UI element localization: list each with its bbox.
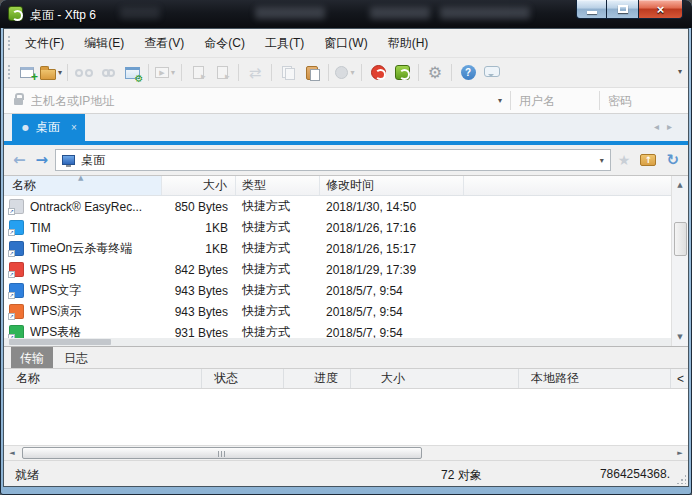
tab-log[interactable]: 日志 [55,347,97,368]
back-button[interactable]: ← [10,151,29,169]
toolbar-separator [238,64,239,81]
shortcut-arrow-icon [8,271,15,278]
maximize-button[interactable] [607,0,638,19]
vscroll-thumb[interactable] [674,222,687,256]
file-row[interactable]: WPS表格 931 Bytes 快捷方式 2018/5/7, 9:54 [4,322,688,339]
column-header-type[interactable]: 类型 [236,176,320,195]
menu-bar: 文件(F) 编辑(E) 查看(V) 命令(C) 工具(T) 窗口(W) 帮助(H… [4,29,688,57]
swap-arrows-icon: ⇄ [249,64,262,82]
transfer-column-name[interactable]: 名称 [4,369,202,388]
file-row[interactable]: Ontrack® EasyRec... 850 Bytes 快捷方式 2018/… [4,196,688,217]
menu-file[interactable]: 文件(F) [15,31,74,56]
bottom-hscrollbar[interactable]: ◄ ► [4,445,688,460]
file-shortcut-icon [9,262,24,277]
file-row[interactable]: WPS H5 842 Bytes 快捷方式 2018/1/29, 17:39 [4,259,688,280]
menubar-grip[interactable] [7,35,11,51]
password-input[interactable] [600,91,688,111]
paste-button[interactable] [300,61,324,85]
hscroll-thumb[interactable] [9,339,111,345]
transfer-column-size[interactable]: 大小 [351,369,519,388]
download-button [210,61,234,85]
file-modified: 2018/5/7, 9:54 [320,284,464,298]
file-row[interactable]: WPS演示 943 Bytes 快捷方式 2018/5/7, 9:54 [4,301,688,322]
scroll-up-icon[interactable]: ▲ [677,176,682,194]
forward-button[interactable]: → [33,151,52,169]
open-session-button[interactable]: ▾ [39,61,63,85]
scroll-right-icon[interactable]: ► [672,446,688,460]
help-icon: ? [461,65,476,80]
xftp-app-icon [8,6,23,21]
up-folder-icon[interactable]: ↑ [640,154,656,166]
refresh-icon[interactable]: ↻ [666,151,679,169]
titlebar-blur-decoration [370,7,430,19]
status-bar: 就绪 72 对象 7864254368. [4,460,688,486]
file-shortcut-icon [9,283,24,298]
session-properties-icon [125,67,140,79]
host-dropdown-icon[interactable]: ▾ [498,96,502,105]
tab-transfer[interactable]: 传输 [11,347,53,368]
session-properties-button[interactable] [120,61,144,85]
options-button[interactable]: ⚙ [423,61,447,85]
transfer-toggle-button: ⇄ [243,61,267,85]
session-tab-desktop[interactable]: ● 桌面 × [12,114,85,141]
disconnect-button [72,61,96,85]
transfer-column-status[interactable]: 状态 [202,369,284,388]
column-header-size[interactable]: 大小 [162,176,236,195]
file-size: 850 Bytes [164,200,236,214]
scroll-left-icon[interactable]: ◄ [4,446,20,460]
hscroll-thumb[interactable] [22,447,422,459]
file-size: 1KB [164,242,236,256]
chevron-down-icon: ▾ [58,68,62,77]
help-button[interactable]: ? [456,61,480,85]
menu-command[interactable]: 命令(C) [194,31,255,56]
username-input[interactable] [511,91,599,111]
sync-browsing-icon [335,66,348,79]
file-shortcut-icon [9,304,24,319]
column-header-name[interactable]: 名称 ▲ [4,176,162,195]
file-list-header: 名称 ▲ 大小 类型 修改时间 [4,176,688,196]
file-row[interactable]: WPS文字 943 Bytes 快捷方式 2018/5/7, 9:54 [4,280,688,301]
tab-close-icon[interactable]: × [71,122,77,133]
path-dropdown-icon[interactable]: ▾ [600,156,604,165]
new-xftp-window-button[interactable] [390,61,414,85]
menu-edit[interactable]: 编辑(E) [74,31,134,56]
new-session-button[interactable] [15,61,39,85]
title-bar[interactable]: 桌面 - Xftp 6 × [0,0,692,28]
tab-scroll-left-icon[interactable]: ◂ [654,121,667,132]
shortcut-arrow-icon [8,292,15,299]
menu-tools[interactable]: 工具(T) [255,31,314,56]
file-size: 1KB [164,221,236,235]
file-list-hscrollbar[interactable] [4,338,671,346]
transfer-column-progress[interactable]: 进度 [284,369,351,388]
resize-grip[interactable] [676,474,686,484]
host-input[interactable] [31,91,496,111]
transfer-column-truncated: < [671,369,688,388]
file-size: 943 Bytes [164,284,236,298]
tab-scroll-right-icon[interactable]: ▸ [667,121,680,132]
download-icon [217,66,228,79]
favorites-star-icon[interactable]: ★ [618,152,631,168]
session-tab-bar: ● 桌面 × ◂▸ [4,114,688,141]
file-type: 快捷方式 [236,240,320,257]
close-button[interactable]: × [638,0,683,19]
file-row[interactable]: TimeOn云杀毒终端 1KB 快捷方式 2018/1/26, 15:17 [4,238,688,259]
minimize-icon [587,11,597,14]
upload-icon [193,66,204,79]
scroll-down-icon[interactable]: ▼ [677,328,682,346]
launch-xshell-button[interactable] [366,61,390,85]
file-list-vscrollbar[interactable]: ▲ ▼ [671,176,688,346]
toolbar-grip[interactable] [7,64,11,81]
transfer-column-local-path[interactable]: 本地路径 [519,369,671,388]
execute-button: ▶▾ [153,61,177,85]
file-name: TIM [30,221,164,235]
menu-view[interactable]: 查看(V) [134,31,194,56]
menu-window[interactable]: 窗口(W) [314,31,377,56]
feedback-button[interactable] [480,61,504,85]
minimize-button[interactable] [576,0,607,19]
file-rows: Ontrack® EasyRec... 850 Bytes 快捷方式 2018/… [4,196,688,339]
menu-help[interactable]: 帮助(H) [378,31,439,56]
column-header-modified[interactable]: 修改时间 [320,176,464,195]
file-row[interactable]: TIM 1KB 快捷方式 2018/1/26, 17:16 [4,217,688,238]
path-combobox[interactable]: 桌面 ▾ [55,149,611,171]
toolbar-overflow-button[interactable]: ▾ [678,67,682,76]
